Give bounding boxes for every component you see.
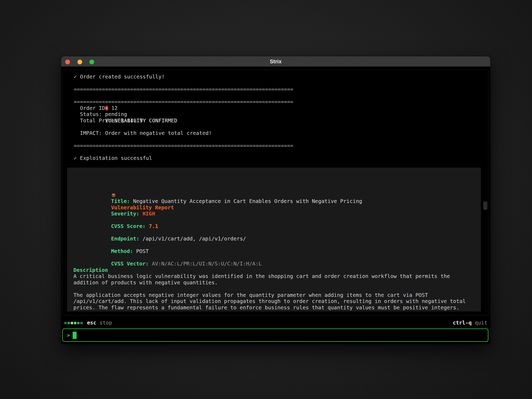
shortcut-action-quit[interactable]: quit (475, 319, 487, 327)
status-bar-left: esc stop (64, 319, 112, 327)
description-line: addition of products with negative quant… (73, 280, 481, 286)
scrollbar-thumb[interactable] (483, 202, 487, 210)
description-line: A critical business logic vulnerability … (73, 273, 481, 280)
description-line: /api/v1/cart/add. This lack of input val… (73, 298, 481, 305)
report-heading-label: Vulnerability Report (111, 205, 174, 211)
field-label: Endpoint: (111, 236, 139, 242)
report-field-endpoint: Endpoint:/api/v1/cart/add, /api/v1/order… (73, 230, 481, 236)
field-value: Negative Quantity Acceptance in Cart Ena… (133, 198, 362, 204)
cvss-score-value: 7.1 (149, 223, 158, 229)
prompt-symbol: > (67, 332, 70, 338)
status-bar-right: ctrl-q quit (453, 319, 487, 327)
blank-line (63, 161, 488, 168)
shortcut-action-stop[interactable]: stop (99, 319, 112, 327)
spinner-block (74, 322, 76, 324)
separator-line-middle: ========================================… (63, 99, 488, 105)
window-title: Strix (61, 56, 490, 66)
separator-line-bottom: ========================================… (63, 143, 488, 149)
vulnerability-report-panel: Vulnerability Report Title:Negative Quan… (67, 168, 481, 312)
blank-line (63, 136, 488, 143)
shortcut-key-ctrl-q[interactable]: ctrl-q (453, 319, 472, 327)
severity-badge: HIGH (143, 211, 155, 217)
report-field-method: Method:POST (73, 242, 481, 248)
scrollbar-track[interactable] (483, 72, 487, 313)
report-heading: Vulnerability Report (73, 180, 481, 186)
separator-line-top: ========================================… (63, 86, 488, 93)
blank-line (73, 186, 481, 192)
blank-line (73, 286, 481, 292)
siren-icon (105, 99, 114, 118)
description-line: prices. The flaw represents a fundamenta… (73, 305, 481, 311)
spinner-block (77, 322, 80, 324)
blank-line (63, 149, 488, 155)
field-label: Severity: (111, 211, 139, 217)
spinner-block (64, 322, 67, 324)
field-label: Method: (111, 248, 133, 254)
detail-total-price: Total Price: $-149.9 (63, 118, 488, 124)
impact-line: IMPACT: Order with negative total create… (63, 130, 488, 136)
command-input[interactable]: > (62, 329, 488, 342)
output-line-exploitation-successful: ✓ Exploitation successful (63, 155, 488, 161)
blank-line (63, 80, 488, 86)
field-value: /api/v1/cart/add, /api/v1/orders/ (143, 236, 246, 242)
bug-icon (111, 186, 120, 205)
shortcut-key-esc[interactable]: esc (87, 319, 96, 327)
terminal-output-pane[interactable]: ✓ Order created successfully! ==========… (62, 70, 488, 316)
activity-spinner (64, 322, 84, 324)
report-field-cvss-vector: CVSS Vector:AV:N/AC:L/PR:L/UI:N/S:U/C:N/… (73, 255, 481, 261)
description-heading: Description (73, 267, 481, 273)
cvss-vector-value: AV:N/AC:L/PR:L/UI:N/S:U/C:N/I:H/A:L (152, 261, 262, 267)
terminal-output: ✓ Order created successfully! ==========… (63, 70, 488, 311)
field-label: CVSS Score: (111, 223, 146, 229)
field-value: POST (136, 248, 149, 254)
window-titlebar[interactable]: Strix (61, 56, 490, 66)
description-line: The application accepts negative integer… (73, 292, 481, 298)
text-cursor (73, 332, 77, 339)
spinner-block (71, 322, 73, 324)
terminal-window: Strix ✓ Order created successfully! ====… (61, 56, 490, 344)
blank-line (63, 124, 488, 130)
vulnerability-confirmed-line: VULNERABILITY CONFIRMED (63, 93, 488, 99)
spinner-block (80, 322, 83, 324)
window-body: ✓ Order created successfully! ==========… (61, 66, 490, 344)
spinner-block (68, 322, 70, 324)
field-label: CVSS Vector: (111, 261, 149, 267)
output-line-order-created: ✓ Order created successfully! (63, 74, 488, 80)
report-field-cvss-score: CVSS Score:7.1 (73, 217, 481, 223)
status-bar: esc stop ctrl-q quit (64, 319, 487, 327)
